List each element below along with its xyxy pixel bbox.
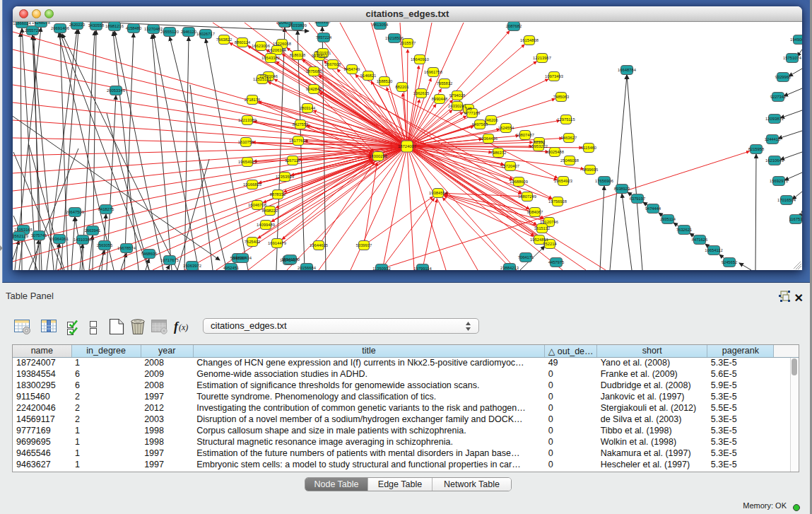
svg-text:11350932: 11350932 [372, 267, 390, 270]
svg-text:17656906: 17656906 [595, 179, 613, 183]
svg-text:7663822: 7663822 [216, 37, 233, 42]
svg-text:20555120: 20555120 [160, 30, 179, 34]
svg-text:1615132: 1615132 [534, 226, 551, 230]
svg-text:10973493: 10973493 [545, 74, 563, 78]
svg-text:2667608: 2667608 [325, 62, 341, 66]
svg-text:16543382: 16543382 [261, 56, 280, 60]
svg-text:19384554: 19384554 [429, 191, 448, 195]
svg-text:7857224: 7857224 [316, 35, 332, 40]
svg-text:19756928: 19756928 [548, 199, 567, 204]
svg-text:2563055: 2563055 [97, 243, 113, 247]
svg-text:19654923: 19654923 [238, 160, 257, 164]
svg-text:18724007: 18724007 [398, 144, 416, 148]
svg-text:(x): (x) [179, 322, 188, 332]
svg-text:9115460: 9115460 [581, 146, 596, 150]
svg-text:8454749: 8454749 [344, 67, 360, 71]
svg-text:1588520: 1588520 [377, 79, 393, 83]
svg-text:8990448: 8990448 [432, 97, 448, 101]
svg-text:15692971: 15692971 [770, 179, 788, 183]
svg-text:16206344: 16206344 [268, 48, 287, 52]
svg-text:9227342: 9227342 [770, 95, 787, 99]
svg-text:16648784: 16648784 [618, 68, 637, 72]
svg-text:24330241: 24330241 [448, 104, 466, 108]
svg-text:20364436: 20364436 [479, 136, 498, 141]
svg-text:8938923: 8938923 [614, 187, 630, 191]
svg-text:2055721: 2055721 [25, 28, 41, 33]
svg-text:18300295: 18300295 [369, 154, 387, 158]
svg-text:16914479: 16914479 [268, 241, 286, 245]
svg-text:16046708: 16046708 [248, 203, 266, 207]
svg-text:2803144: 2803144 [300, 106, 316, 110]
svg-text:16623006: 16623006 [252, 44, 270, 48]
svg-text:3430558: 3430558 [88, 23, 105, 28]
svg-text:12353594: 12353594 [276, 175, 295, 179]
svg-text:10807487: 10807487 [516, 133, 534, 137]
svg-text:25046038: 25046038 [560, 158, 579, 163]
svg-text:2620223: 2620223 [69, 23, 86, 27]
svg-text:15720407: 15720407 [501, 164, 519, 168]
svg-text:19678574: 19678574 [117, 246, 136, 250]
svg-text:17016504: 17016504 [777, 198, 796, 202]
svg-text:14310388: 14310388 [73, 238, 92, 242]
svg-text:19166825: 19166825 [243, 182, 261, 187]
svg-text:20364361: 20364361 [50, 237, 69, 241]
svg-text:5339937: 5339937 [356, 243, 372, 247]
svg-text:7031971: 7031971 [315, 51, 331, 55]
svg-text:15063972: 15063972 [183, 264, 201, 268]
svg-text:9794028: 9794028 [449, 93, 466, 98]
svg-text:2663941: 2663941 [85, 228, 101, 233]
svg-text:16961758: 16961758 [424, 70, 442, 74]
svg-text:15751074: 15751074 [783, 56, 802, 60]
svg-text:12213389: 12213389 [238, 118, 257, 122]
svg-text:15953222: 15953222 [529, 144, 548, 148]
svg-text:9463627: 9463627 [561, 136, 577, 140]
svg-text:6497568: 6497568 [472, 122, 488, 127]
svg-text:7064171: 7064171 [518, 255, 534, 259]
svg-text:18841570: 18841570 [281, 257, 300, 262]
svg-text:10644615: 10644615 [310, 243, 328, 247]
svg-text:3883910: 3883910 [314, 22, 331, 24]
svg-text:10688609: 10688609 [510, 180, 528, 184]
svg-text:2946120: 2946120 [181, 30, 197, 34]
svg-text:8498222: 8498222 [262, 209, 278, 213]
svg-text:22053165: 22053165 [14, 228, 33, 232]
svg-text:14248078: 14248078 [32, 22, 50, 25]
svg-text:9084067: 9084067 [527, 210, 543, 214]
svg-text:1244415: 1244415 [765, 137, 781, 141]
svg-text:6379197: 6379197 [630, 197, 646, 201]
svg-text:16154808: 16154808 [520, 38, 539, 42]
svg-text:882201: 882201 [395, 85, 408, 89]
svg-text:18807249: 18807249 [518, 194, 536, 199]
svg-text:2087682: 2087682 [506, 24, 522, 28]
svg-text:3075745: 3075745 [31, 233, 47, 238]
svg-text:18026717: 18026717 [196, 32, 215, 36]
svg-text:3267110: 3267110 [285, 158, 300, 163]
svg-text:8813054: 8813054 [372, 23, 389, 27]
svg-text:12525131: 12525131 [253, 77, 271, 81]
svg-text:20691406: 20691406 [51, 26, 69, 30]
svg-text:7986372: 7986372 [490, 151, 507, 155]
svg-text:5468605: 5468605 [141, 252, 158, 256]
svg-text:8471626: 8471626 [692, 238, 708, 242]
svg-text:23884213: 23884213 [500, 266, 519, 270]
svg-text:9245652: 9245652 [722, 260, 738, 264]
svg-text:20647509: 20647509 [66, 210, 84, 214]
svg-text:10717675: 10717675 [160, 258, 179, 262]
svg-text:2935114: 2935114 [660, 217, 676, 221]
svg-text:19799114: 19799114 [413, 267, 432, 270]
svg-text:8878332: 8878332 [270, 192, 286, 197]
svg-text:4457975: 4457975 [548, 260, 565, 264]
svg-text:8215958: 8215958 [748, 147, 765, 151]
svg-text:2718176: 2718176 [245, 98, 261, 102]
svg-text:13270483: 13270483 [144, 27, 163, 31]
svg-text:7955812: 7955812 [437, 81, 453, 86]
svg-text:20562129: 20562129 [13, 234, 28, 238]
svg-text:14099489: 14099489 [257, 223, 275, 227]
svg-text:9146821: 9146821 [360, 74, 377, 78]
svg-text:6899695: 6899695 [582, 168, 599, 172]
svg-text:20156684: 20156684 [298, 266, 317, 270]
svg-text:23830434: 23830434 [233, 256, 252, 260]
svg-text:116753: 116753 [789, 217, 802, 221]
svg-text:10025488: 10025488 [546, 150, 564, 154]
svg-text:12975115: 12975115 [557, 117, 575, 122]
